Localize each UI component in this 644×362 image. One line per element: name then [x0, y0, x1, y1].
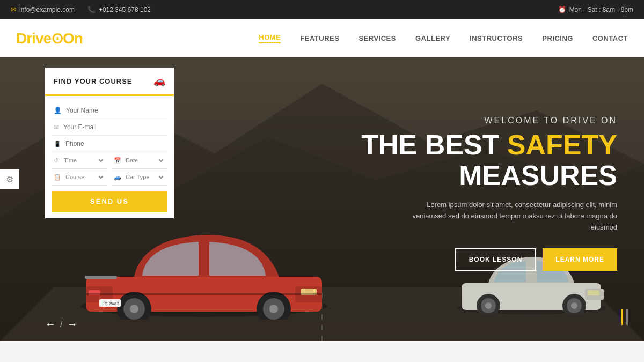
logo: Drive⊙On [16, 29, 83, 47]
hero-description: Lorem ipsum dolor sit amet, consectetur … [392, 200, 617, 233]
topbar-right: ⏰ Mon - Sat : 8am - 9pm [558, 6, 633, 13]
form-title: FIND YOUR COURSE [54, 77, 133, 85]
nav-features[interactable]: FEATURES [300, 34, 339, 42]
gear-icon [6, 174, 13, 184]
nav-home[interactable]: HOME [259, 33, 281, 43]
cartype-select[interactable]: Car Type [123, 173, 165, 181]
clock-icon: ⏰ [558, 6, 566, 13]
phone-text: +012 345 678 102 [99, 6, 151, 13]
prev-slide-button[interactable]: ← [45, 318, 56, 330]
find-your-course-form: FIND YOUR COURSE 🚗 Time [45, 68, 174, 218]
cartype-icon [114, 173, 121, 181]
nav-instructors[interactable]: INSTRUCTORS [470, 34, 523, 42]
svg-text:Q·25413: Q·25413 [105, 302, 119, 306]
nav-links: HOME FEATURES SERVICES GALLERY INSTRUCTO… [259, 33, 628, 43]
svg-rect-23 [588, 290, 599, 295]
hero-buttons: BOOK LESSON LEARN MORE [361, 248, 617, 271]
course-select[interactable]: Course [63, 173, 105, 181]
phone-field[interactable] [52, 136, 167, 152]
slider-line-1 [621, 309, 623, 325]
logo-on: On [63, 30, 83, 47]
book-lesson-button[interactable]: BOOK LESSON [455, 248, 537, 271]
send-button[interactable]: SEND US [52, 191, 167, 212]
user-icon [54, 107, 62, 114]
red-car-svg: Q·25413 [70, 207, 338, 320]
phone-input[interactable] [65, 140, 165, 147]
topbar-left: info@example.com 📞 +012 345 678 102 [11, 6, 151, 13]
phone-icon [54, 140, 61, 147]
form-header: FIND YOUR COURSE 🚗 [45, 68, 174, 96]
time-select-wrap[interactable]: Time [52, 152, 107, 169]
car-icon: 🚗 [153, 75, 165, 87]
svg-point-12 [130, 305, 138, 313]
topbar-email: info@example.com [11, 6, 75, 13]
svg-rect-16 [85, 276, 117, 279]
email-icon [54, 123, 59, 131]
cartype-select-wrap[interactable]: Car Type [112, 169, 167, 186]
nav-contact[interactable]: CONTACT [592, 34, 628, 42]
svg-point-15 [269, 305, 278, 313]
email-field[interactable] [52, 119, 167, 136]
slider-separator: / [60, 320, 62, 329]
features-section: OUR FEATURES Lorem ipsum dolor sit amet,… [0, 341, 644, 362]
form-body: Time Date Course [45, 96, 174, 218]
hero-title-line2: MEASURES [459, 160, 617, 191]
mail-icon [11, 6, 16, 13]
hero-title-line1: THE BEST [361, 129, 507, 160]
next-slide-button[interactable]: → [67, 318, 77, 330]
svg-point-29 [571, 302, 577, 309]
course-cartype-row: Course Car Type [52, 169, 167, 186]
nav-gallery[interactable]: GALLERY [415, 34, 450, 42]
topbar-phone: 📞 +012 345 678 102 [87, 6, 151, 13]
navbar: Drive⊙On HOME FEATURES SERVICES GALLERY … [0, 19, 644, 57]
hero-subtitle: WELCOME TO DRIVE ON [361, 116, 617, 125]
hero-content: WELCOME TO DRIVE ON THE BEST SAFETY MEAS… [361, 116, 617, 271]
name-field[interactable] [52, 102, 167, 119]
date-select[interactable]: Date [123, 157, 165, 164]
hours-text: Mon - Sat : 8am - 9pm [569, 6, 633, 13]
learn-more-button[interactable]: LEARN MORE [543, 248, 617, 271]
course-icon [54, 173, 61, 181]
svg-point-26 [485, 302, 492, 309]
logo-drive: Drive [16, 30, 51, 47]
course-select-wrap[interactable]: Course [52, 169, 107, 186]
name-input[interactable] [66, 107, 165, 114]
nav-services[interactable]: SERVICES [358, 34, 396, 42]
time-date-row: Time Date [52, 152, 167, 169]
slider-lines [621, 309, 628, 325]
date-icon [114, 157, 121, 164]
slider-line-2 [626, 309, 628, 325]
svg-rect-17 [86, 293, 322, 295]
email-text: info@example.com [19, 6, 75, 13]
hero-section: Q·25413 FIND YOUR COURSE 🚗 [0, 57, 644, 341]
settings-button[interactable] [0, 169, 19, 189]
time-icon [54, 157, 60, 164]
email-input[interactable] [63, 123, 165, 131]
hero-title: THE BEST SAFETY MEASURES [361, 130, 617, 191]
nav-pricing[interactable]: PRICING [542, 34, 573, 42]
time-select[interactable]: Time [62, 157, 105, 164]
phone-icon: 📞 [87, 6, 96, 13]
slider-controls: ← / → [45, 318, 77, 330]
hero-title-highlight: SAFETY [507, 129, 617, 160]
date-select-wrap[interactable]: Date [112, 152, 167, 169]
topbar: info@example.com 📞 +012 345 678 102 ⏰ Mo… [0, 0, 644, 19]
